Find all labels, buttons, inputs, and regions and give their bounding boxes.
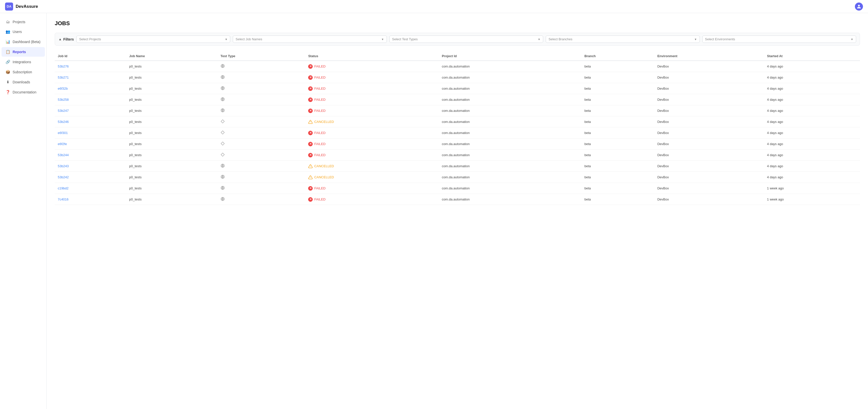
main-layout: 🗂Projects👥Users📊Dashboard (Beta)📋Reports…: [0, 13, 868, 409]
table-row: 53b243p0_testsCANCELLEDcom.da.automation…: [55, 161, 860, 172]
status-text: CANCELLED: [314, 175, 334, 179]
user-avatar[interactable]: [855, 2, 863, 10]
job-id-link[interactable]: e6f2fe: [58, 142, 67, 146]
col-job_name: Job Name: [126, 52, 217, 61]
sidebar-label-users: Users: [12, 30, 22, 34]
status-cell: CANCELLED: [305, 172, 439, 183]
col-project_id: Project Id: [439, 52, 582, 61]
table-row: e6f2fep0_tests✕FAILEDcom.da.automationbe…: [55, 138, 860, 149]
started-at-cell: 4 days ago: [764, 116, 860, 128]
table-row: 7c4016p0_tests✕FAILEDcom.da.automationbe…: [55, 194, 860, 205]
filters-label: ▲ Filters: [59, 37, 74, 41]
filter-branches-chevron: ▼: [694, 38, 697, 41]
sidebar-item-users[interactable]: 👥Users: [1, 27, 45, 36]
failed-icon: ✕: [308, 186, 313, 191]
status-cell: ✕FAILED: [305, 61, 439, 72]
failed-icon: ✕: [308, 87, 313, 91]
job-id-link[interactable]: 53b243: [58, 164, 69, 168]
filters-text: Filters: [63, 37, 74, 41]
filter-chevron-icon: ▲: [59, 37, 62, 41]
sidebar-item-integrations[interactable]: 🔗Integrations: [1, 57, 45, 67]
job-id-link[interactable]: 53b247: [58, 109, 69, 112]
status-cell: ✕FAILED: [305, 83, 439, 94]
environment-cell: DevBox: [654, 161, 764, 172]
branch-cell: beta: [582, 194, 654, 205]
status-text: CANCELLED: [314, 120, 334, 124]
job-id-link[interactable]: c19bd2: [58, 186, 69, 190]
svg-point-12: [221, 108, 225, 112]
globe-icon: [220, 197, 225, 201]
started-at-cell: 1 week ago: [764, 194, 860, 205]
job-id-link[interactable]: 53b276: [58, 65, 69, 68]
status-cell: ✕FAILED: [305, 183, 439, 194]
sidebar-item-reports[interactable]: 📋Reports: [1, 47, 45, 57]
top-header: DA DevAssure: [0, 0, 868, 13]
job-id-link[interactable]: e6f32b: [58, 87, 68, 91]
table-row: 53b247p0_tests✕FAILEDcom.da.automationbe…: [55, 105, 860, 116]
table-row: 53b244p0_tests✕FAILEDcom.da.automationbe…: [55, 149, 860, 161]
sidebar-item-dashboard[interactable]: 📊Dashboard (Beta): [1, 37, 45, 46]
filter-environments[interactable]: Select Environments▼: [702, 35, 856, 43]
job-id-link[interactable]: 7c4016: [58, 198, 69, 201]
started-at-cell: 4 days ago: [764, 72, 860, 83]
globe-icon: [220, 86, 225, 91]
svg-point-31: [221, 186, 225, 190]
filter-branches[interactable]: Select Branches▼: [546, 35, 700, 43]
svg-marker-18: [221, 131, 225, 134]
table-body: 53b276p0_tests✕FAILEDcom.da.automationbe…: [55, 61, 860, 205]
started-at-cell: 4 days ago: [764, 61, 860, 72]
job-id-link[interactable]: 53b258: [58, 98, 69, 102]
branch-cell: beta: [582, 116, 654, 128]
status-text: FAILED: [314, 87, 326, 91]
diamond-icon: [220, 141, 225, 146]
job-name-cell: p0_tests: [126, 116, 217, 128]
sidebar-label-projects: Projects: [12, 20, 26, 24]
failed-icon: ✕: [308, 108, 313, 113]
filter-test-types[interactable]: Select Test Types▼: [390, 35, 543, 43]
status-text: FAILED: [314, 153, 326, 157]
filter-selects: Select Projects▼Select Job Names▼Select …: [76, 35, 856, 43]
failed-icon: ✕: [308, 75, 313, 80]
reports-icon: 📋: [5, 49, 10, 54]
main-content: JOBS ▲ Filters Select Projects▼Select Jo…: [46, 13, 868, 409]
sidebar-item-subscription[interactable]: 📦Subscription: [1, 67, 45, 77]
svg-point-3: [221, 75, 225, 79]
project-id-cell: com.da.automation: [439, 94, 582, 105]
svg-point-0: [221, 64, 225, 68]
branch-cell: beta: [582, 94, 654, 105]
started-at-cell: 4 days ago: [764, 105, 860, 116]
environment-cell: DevBox: [654, 94, 764, 105]
filter-job-names[interactable]: Select Job Names▼: [233, 35, 386, 43]
sidebar-item-downloads[interactable]: ⬇Downloads: [1, 77, 45, 87]
sidebar-item-projects[interactable]: 🗂Projects: [1, 17, 45, 27]
filter-test-types-chevron: ▼: [538, 38, 540, 41]
table-row: 53b276p0_tests✕FAILEDcom.da.automationbe…: [55, 61, 860, 72]
job-id-link[interactable]: 53b246: [58, 120, 69, 124]
svg-point-9: [221, 98, 225, 101]
started-at-cell: 4 days ago: [764, 161, 860, 172]
globe-icon: [220, 64, 225, 68]
filter-projects[interactable]: Select Projects▼: [76, 35, 230, 43]
environment-cell: DevBox: [654, 194, 764, 205]
branch-cell: beta: [582, 105, 654, 116]
job-id-link[interactable]: 53b244: [58, 153, 69, 157]
projects-icon: 🗂: [5, 20, 10, 24]
sidebar-item-documentation[interactable]: ❓Documentation: [1, 88, 45, 97]
job-id-link[interactable]: 53b271: [58, 75, 69, 79]
diamond-icon: [220, 119, 225, 124]
sidebar-label-downloads: Downloads: [12, 80, 30, 84]
svg-marker-15: [221, 120, 225, 123]
job-id-link[interactable]: e6f301: [58, 131, 68, 135]
table-header: Job IdJob NameTest TypeStatusProject IdB…: [55, 52, 860, 61]
job-name-cell: p0_tests: [126, 138, 217, 149]
cancelled-icon: [308, 175, 313, 179]
project-id-cell: com.da.automation: [439, 116, 582, 128]
branch-cell: beta: [582, 72, 654, 83]
test-type-cell: [217, 149, 305, 161]
table-row: e6f32bp0_tests✕FAILEDcom.da.automationbe…: [55, 83, 860, 94]
test-type-cell: [217, 116, 305, 128]
col-test_type: Test Type: [217, 52, 305, 61]
branch-cell: beta: [582, 161, 654, 172]
started-at-cell: 4 days ago: [764, 149, 860, 161]
job-id-link[interactable]: 53b242: [58, 175, 69, 179]
